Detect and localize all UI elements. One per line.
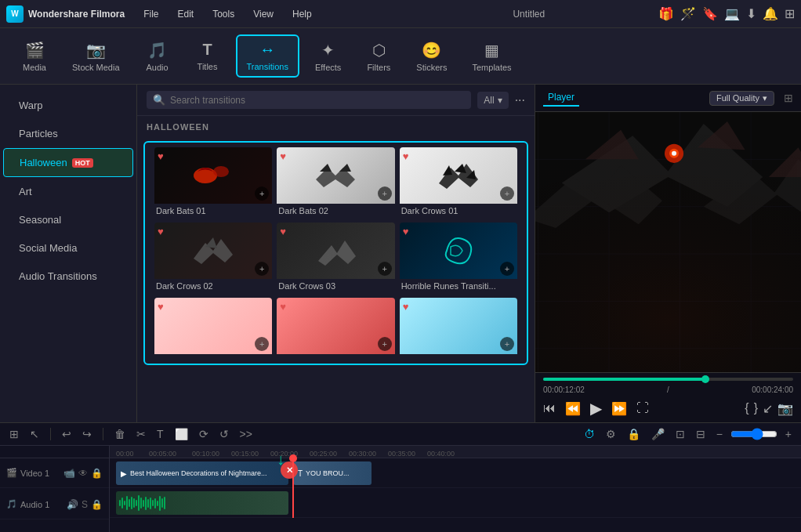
player-tab[interactable]: Player: [543, 89, 579, 107]
group-btn[interactable]: ⊡: [672, 426, 688, 442]
camera-track-btn[interactable]: 📹: [63, 468, 75, 479]
step-back-btn[interactable]: ⏪: [565, 401, 581, 416]
undo-btn[interactable]: ↩: [59, 426, 74, 442]
thumb-dark-crows-03[interactable]: ♥ + Dark Crows 03: [277, 223, 394, 293]
sidebar-item-art[interactable]: Art: [3, 178, 133, 205]
step-forward-btn[interactable]: ⏩: [611, 401, 627, 416]
rotate-btn[interactable]: ↺: [216, 426, 232, 442]
magic-icon[interactable]: 🪄: [680, 6, 696, 21]
eye-btn[interactable]: 👁: [78, 468, 88, 479]
menu-help[interactable]: Help: [289, 5, 315, 23]
fullscreen-btn[interactable]: ⛶: [636, 401, 649, 415]
mark-in-btn[interactable]: {: [745, 401, 748, 416]
menu-tools[interactable]: Tools: [209, 5, 237, 23]
sidebar-item-audio-transitions[interactable]: Audio Transitions: [3, 262, 133, 290]
add-icon[interactable]: +: [500, 337, 514, 351]
screen-icon[interactable]: 💻: [724, 6, 740, 21]
video-clip-1[interactable]: ▶ Best Halloween Decorations of Nightmar…: [116, 461, 288, 485]
solo-btn[interactable]: S: [82, 499, 88, 510]
more-options-btn[interactable]: ···: [515, 93, 525, 107]
favorite-icon[interactable]: ♥: [158, 226, 164, 237]
search-input[interactable]: [170, 95, 465, 106]
tool-templates[interactable]: ▦ Templates: [462, 36, 520, 77]
tool-effects[interactable]: ✦ Effects: [306, 36, 350, 77]
menu-view[interactable]: View: [250, 5, 277, 23]
text-btn[interactable]: T: [154, 426, 167, 442]
bookmark-icon[interactable]: 🔖: [702, 6, 718, 21]
zoom-slider[interactable]: [730, 428, 777, 440]
play-btn[interactable]: ▶: [590, 399, 602, 418]
favorite-icon[interactable]: ♥: [403, 226, 409, 237]
zoom-in-btn[interactable]: +: [782, 426, 795, 442]
add-icon[interactable]: +: [378, 262, 392, 276]
progress-bar[interactable]: [543, 378, 793, 381]
add-icon[interactable]: +: [255, 337, 269, 351]
video-clip-2[interactable]: T YOU BROU...: [293, 461, 372, 485]
tool-stock-media[interactable]: 📷 Stock Media: [63, 36, 129, 77]
timeline-active-btn[interactable]: ⏱: [581, 426, 598, 442]
thumb-row3-2[interactable]: ♥ +: [277, 298, 394, 359]
tool-titles[interactable]: T Titles: [186, 36, 230, 76]
thumb-dark-crows-02[interactable]: ♥ + Dark Crows 02: [154, 223, 272, 293]
mark-out-btn[interactable]: }: [754, 401, 758, 416]
favorite-icon[interactable]: ♥: [403, 150, 409, 162]
favorite-icon[interactable]: ♥: [158, 150, 164, 162]
delete-btn[interactable]: 🗑: [111, 426, 129, 442]
thumb-dark-bats-01[interactable]: ♥ + Dark Bats 01: [154, 147, 272, 218]
favorite-icon[interactable]: ♥: [280, 301, 286, 313]
filter-dropdown[interactable]: All ▾: [477, 92, 508, 109]
menu-edit[interactable]: Edit: [174, 5, 197, 23]
pointer-tool[interactable]: ↖: [27, 426, 42, 442]
grid-icon[interactable]: ⊞: [785, 6, 795, 21]
tool-filters[interactable]: ⬡ Filters: [357, 36, 400, 77]
thumb-row3-3[interactable]: ♥ +: [400, 298, 517, 359]
audio-clip[interactable]: [116, 491, 288, 515]
add-icon[interactable]: +: [255, 186, 269, 201]
mic-btn[interactable]: 🎤: [648, 426, 668, 442]
add-icon[interactable]: +: [255, 262, 269, 276]
thumb-horrible-runes[interactable]: ♥ + Horrible Runes Transiti...: [400, 223, 517, 293]
camera-btn[interactable]: 📷: [777, 401, 793, 416]
mute-btn[interactable]: 🔊: [67, 499, 78, 510]
gift-icon[interactable]: 🎁: [658, 6, 674, 21]
motion-btn[interactable]: ⟳: [196, 426, 212, 442]
sidebar-item-warp[interactable]: Warp: [3, 92, 133, 119]
sidebar-item-seasonal[interactable]: Seasonal: [3, 206, 133, 233]
lock-btn[interactable]: 🔒: [624, 426, 643, 442]
favorite-icon[interactable]: ♥: [158, 301, 164, 313]
favorite-icon[interactable]: ♥: [280, 150, 286, 162]
cut-btn[interactable]: ✂: [133, 426, 149, 442]
zoom-out-btn[interactable]: −: [713, 426, 726, 442]
quality-select[interactable]: Full Quality ▾: [709, 91, 774, 106]
crop-btn[interactable]: ⬜: [172, 426, 191, 442]
more-effects-btn[interactable]: >>: [237, 426, 256, 442]
lock-audio-btn[interactable]: 🔒: [91, 499, 103, 510]
lock-track-btn[interactable]: 🔒: [91, 468, 103, 479]
thumb-row3-1[interactable]: ♥ +: [154, 298, 272, 359]
menu-file[interactable]: File: [140, 5, 161, 23]
tool-audio[interactable]: 🎵 Audio: [136, 36, 179, 77]
ungroup-btn[interactable]: ⊟: [693, 426, 709, 442]
settings-btn[interactable]: ⚙: [603, 426, 619, 442]
redo-btn[interactable]: ↪: [79, 426, 95, 442]
tool-transitions[interactable]: ↔ Transitions: [236, 34, 299, 78]
favorite-icon[interactable]: ♥: [280, 226, 286, 237]
sidebar-item-social-media[interactable]: Social Media: [3, 234, 133, 262]
add-icon[interactable]: +: [378, 186, 392, 201]
sidebar-item-halloween[interactable]: Halloween HOT: [3, 148, 133, 177]
playhead[interactable]: [292, 458, 294, 518]
tool-stickers[interactable]: 😊 Stickers: [407, 36, 456, 77]
favorite-icon[interactable]: ♥: [403, 301, 409, 313]
scene-detect-btn[interactable]: ⊞: [6, 426, 22, 442]
insert-btn[interactable]: ↙: [763, 401, 773, 416]
add-icon[interactable]: +: [500, 262, 514, 276]
download-icon[interactable]: ⬇: [746, 6, 756, 21]
tool-media[interactable]: 🎬 Media: [13, 36, 56, 77]
thumb-dark-bats-02[interactable]: ♥ + Dark Bats 02: [277, 147, 394, 218]
bell-icon[interactable]: 🔔: [763, 6, 778, 21]
add-icon[interactable]: +: [500, 186, 514, 201]
skip-back-btn[interactable]: ⏮: [543, 401, 556, 415]
thumb-dark-crows-01[interactable]: ♥ + Dark Crows 01: [400, 147, 517, 218]
sidebar-item-particles[interactable]: Particles: [3, 120, 133, 147]
grid-view-btn[interactable]: ⊞: [784, 92, 793, 104]
